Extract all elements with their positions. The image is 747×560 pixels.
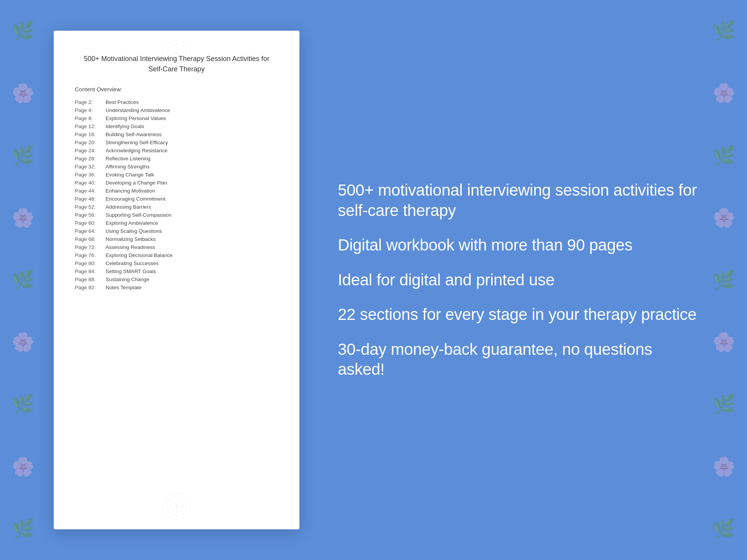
toc-title: Supporting Self-Compassion: [106, 212, 172, 218]
toc-page-number: Page 60:: [75, 220, 106, 226]
toc-page-number: Page 84:: [75, 268, 106, 274]
toc-page-number: Page 12:: [75, 124, 106, 129]
toc-title: Notes Template: [106, 285, 142, 290]
toc-item: Page 4:Understanding Ambivalence: [75, 107, 278, 113]
toc-page-number: Page 40:: [75, 180, 106, 186]
toc-title: Acknowledging Resistance: [106, 148, 167, 153]
toc-page-number: Page 76:: [75, 252, 106, 258]
info-bullet-4: 22 sections for every stage in your ther…: [338, 305, 701, 325]
toc-title: Best Practices: [106, 99, 139, 105]
toc-item: Page 44:Enhancing Motivation: [75, 188, 278, 194]
floral-icon: 🌸: [12, 333, 35, 351]
floral-icon: 🌿: [12, 271, 35, 289]
toc-title: Normalizing Setbacks: [106, 236, 156, 242]
floral-decoration-right: 🌿 🌸 🌿 🌸 🌿 🌸 🌿 🌸 🌿: [701, 0, 747, 560]
main-layout: 500+ Motivational Interviewing Therapy S…: [0, 0, 747, 560]
toc-title: Setting SMART Goals: [106, 268, 156, 274]
toc-item: Page 2:Best Practices: [75, 99, 278, 105]
toc-page-number: Page 44:: [75, 188, 106, 194]
info-bullet-3: Ideal for digital and printed use: [338, 270, 701, 290]
info-bullet-1: 500+ motivational interviewing session a…: [338, 180, 701, 221]
toc-item: Page 28:Reflective Listening: [75, 156, 278, 161]
toc-page-number: Page 32:: [75, 164, 106, 170]
watermark-bottom: [138, 491, 215, 522]
toc-page-number: Page 88:: [75, 277, 106, 282]
info-bullet-5: 30-day money-back guarantee, no question…: [338, 339, 701, 380]
document-card: 500+ Motivational Interviewing Therapy S…: [54, 31, 299, 529]
floral-icon: 🌿: [712, 147, 735, 165]
toc-title: Building Self-Awareness: [106, 132, 162, 137]
toc-item: Page 48:Encouraging Commitment: [75, 196, 278, 202]
toc-page-number: Page 2:: [75, 99, 106, 105]
toc-item: Page 20:Strengthening Self-Efficacy: [75, 140, 278, 145]
toc-title: Enhancing Motivation: [106, 188, 155, 194]
toc-page-number: Page 52:: [75, 204, 106, 210]
toc-title: Evoking Change Talk: [106, 172, 154, 178]
floral-icon: 🌸: [12, 458, 35, 476]
floral-icon: 🌸: [712, 458, 735, 476]
toc-title: Developing a Change Plan: [106, 180, 167, 186]
toc-item: Page 76:Exploring Decisional Balance: [75, 252, 278, 258]
content-overview-label: Content Overview:: [75, 86, 278, 92]
toc-title: Understanding Ambivalence: [106, 107, 170, 113]
toc-page-number: Page 92:: [75, 285, 106, 290]
toc-item: Page 72:Assessing Readiness: [75, 244, 278, 250]
floral-icon: 🌿: [12, 395, 35, 413]
floral-icon: 🌿: [712, 520, 735, 538]
floral-icon: 🌿: [12, 520, 35, 538]
toc-item: Page 24:Acknowledging Resistance: [75, 148, 278, 153]
table-of-contents: Page 2:Best PracticesPage 4:Understandin…: [75, 99, 278, 290]
toc-item: Page 68:Normalizing Setbacks: [75, 236, 278, 242]
toc-title: Addressing Barriers: [106, 204, 151, 210]
toc-page-number: Page 36:: [75, 172, 106, 178]
info-bullet-2: Digital workbook with more than 90 pages: [338, 235, 701, 255]
toc-title: Celebrating Successes: [106, 260, 159, 266]
toc-title: Sustaining Change: [106, 277, 149, 282]
toc-title: Encouraging Commitment: [106, 196, 165, 202]
floral-icon: 🌸: [12, 84, 35, 102]
toc-item: Page 40:Developing a Change Plan: [75, 180, 278, 186]
floral-decoration-left: 🌿 🌸 🌿 🌸 🌿 🌸 🌿 🌸 🌿: [0, 0, 46, 560]
toc-page-number: Page 4:: [75, 107, 106, 113]
svg-line-14: [167, 497, 186, 516]
svg-point-9: [167, 497, 186, 516]
floral-icon: 🌿: [12, 147, 35, 165]
toc-title: Identifying Goals: [106, 124, 144, 129]
toc-item: Page 60:Exploring Ambivalence: [75, 220, 278, 226]
toc-item: Page 80:Celebrating Successes: [75, 260, 278, 266]
toc-page-number: Page 20:: [75, 140, 106, 145]
toc-page-number: Page 72:: [75, 244, 106, 250]
toc-page-number: Page 8:: [75, 115, 106, 121]
floral-icon: 🌸: [712, 333, 735, 351]
toc-page-number: Page 16:: [75, 132, 106, 137]
toc-title: Affirming Strengths: [106, 164, 150, 170]
toc-title: Exploring Ambivalence: [106, 220, 158, 226]
toc-item: Page 52:Addressing Barriers: [75, 204, 278, 210]
toc-title: Reflective Listening: [106, 156, 150, 161]
floral-icon: 🌸: [712, 84, 735, 102]
toc-page-number: Page 56:: [75, 212, 106, 218]
toc-title: Exploring Personal Values: [106, 115, 166, 121]
floral-icon: 🌿: [712, 22, 735, 40]
info-panel: 500+ motivational interviewing session a…: [330, 180, 701, 380]
floral-icon: 🌿: [712, 271, 735, 289]
floral-icon: 🌸: [712, 209, 735, 227]
toc-page-number: Page 64:: [75, 228, 106, 234]
toc-item: Page 84:Setting SMART Goals: [75, 268, 278, 274]
document-title: 500+ Motivational Interviewing Therapy S…: [75, 54, 278, 74]
toc-item: Page 56:Supporting Self-Compassion: [75, 212, 278, 218]
toc-page-number: Page 68:: [75, 236, 106, 242]
floral-icon: 🌸: [12, 209, 35, 227]
toc-item: Page 8:Exploring Personal Values: [75, 115, 278, 121]
floral-icon: 🌿: [12, 22, 35, 40]
toc-title: Assessing Readiness: [106, 244, 155, 250]
floral-icon: 🌿: [712, 395, 735, 413]
toc-item: Page 32:Affirming Strengths: [75, 164, 278, 170]
toc-item: Page 12:Identifying Goals: [75, 124, 278, 129]
svg-line-15: [167, 497, 186, 516]
svg-point-11: [175, 504, 178, 508]
toc-title: Exploring Decisional Balance: [106, 252, 173, 258]
toc-page-number: Page 28:: [75, 156, 106, 161]
svg-point-10: [171, 501, 182, 512]
toc-item: Page 88:Sustaining Change: [75, 277, 278, 282]
